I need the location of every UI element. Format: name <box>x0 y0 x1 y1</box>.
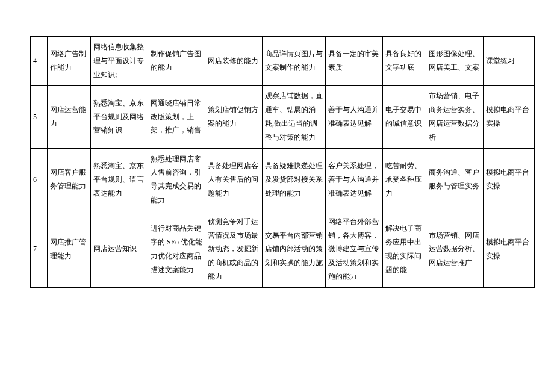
cell-course: 商务沟通、客户服务与管理实务 <box>426 148 484 211</box>
table-row: 7 网店推广管理能力 网店运营知识 进行对商品关键字的 SEo 优化能力优化对应… <box>31 211 535 287</box>
cell-num: 5 <box>31 86 48 148</box>
cell-skill3: 具备疑难快递处理及发货部对接关系处理的能力 <box>263 148 326 211</box>
cell-skill1: 进行对商品关键字的 SEo 优化能力优化对应商品描述文案能力 <box>148 211 205 287</box>
cell-ability: 网店运营能力 <box>48 86 91 148</box>
cell-skill3: 交易平台内部营销店铺内部活动的策划和实操的能力施 <box>263 211 326 287</box>
cell-skill1: 网通晓店铺日常改版策划，上架，推广，销售 <box>148 86 205 148</box>
cell-num: 6 <box>31 148 48 211</box>
cell-knowledge: 熟悉淘宝、京东平台规则及网络营销知识 <box>91 86 148 148</box>
cell-quality2: 吃苦耐劳、承受各种压力 <box>383 148 426 211</box>
cell-quality2: 解决电子商务应用中出现的实际问题的能 <box>383 211 426 287</box>
cell-knowledge: 网店运营知识 <box>91 211 148 287</box>
table-row: 4 网络广告制作能力 网络信息收集整理与平面设计专业知识; 制作促销广告图的能力… <box>31 37 535 86</box>
cell-quality1: 网络平台外部营销，各大博客，微博建立与宣传及活动策划和实施的能力 <box>326 211 383 287</box>
cell-course: 市场营销、电子商务运营实务、网店运营数据分析 <box>426 86 484 148</box>
table-row: 5 网店运营能力 熟悉淘宝、京东平台规则及网络营销知识 网通晓店铺日常改版策划，… <box>31 86 535 148</box>
cell-quality2: 具备良好的文字功底 <box>383 37 426 86</box>
cell-course: 图形图像处理、网店美工、文案 <box>426 37 484 86</box>
cell-method: 模拟电商平台实操 <box>484 86 535 148</box>
cell-ability: 网店推广管理能力 <box>48 211 91 287</box>
cell-skill3: 商品详情页图片与文案制作的能力 <box>263 37 326 86</box>
cell-knowledge: 网络信息收集整理与平面设计专业知识; <box>91 37 148 86</box>
cell-num: 7 <box>31 211 48 287</box>
cell-course: 市场营销、网店运营数据分析、网店运营推广 <box>426 211 484 287</box>
cell-knowledge: 熟悉淘宝、京东平台规则、语言表达能力 <box>91 148 148 211</box>
cell-skill1: 熟悉处理网店客人售前咨询，引导其完成交易的能力 <box>148 148 205 211</box>
cell-quality2: 电子交易中的诚信意识 <box>383 86 426 148</box>
cell-skill1: 制作促销广告图的能力 <box>148 37 205 86</box>
cell-skill3: 观察店铺数据，直通车、钻展的消耗,做出适当的调整与对策的能力 <box>263 86 326 148</box>
cell-method: 模拟电商平台实操 <box>484 211 535 287</box>
cell-quality1: 客户关系处理，善于与人沟通并准确表达见解 <box>326 148 383 211</box>
cell-skill2: 侦测竞争对手运营情况及市场最新动态，发掘新的商机或商品的能力 <box>205 211 263 287</box>
cell-skill2: 策划店铺促销方案的能力 <box>205 86 263 148</box>
table-row: 6 网店客户服务管理能力 熟悉淘宝、京东平台规则、语言表达能力 熟悉处理网店客人… <box>31 148 535 211</box>
cell-skill2: 网店装修的能力 <box>205 37 263 86</box>
ability-table: 4 网络广告制作能力 网络信息收集整理与平面设计专业知识; 制作促销广告图的能力… <box>30 36 535 288</box>
cell-ability: 网络广告制作能力 <box>48 37 91 86</box>
cell-ability: 网店客户服务管理能力 <box>48 148 91 211</box>
cell-quality1: 善于与人沟通并准确表达见解 <box>326 86 383 148</box>
cell-skill2: 具备处理网店客人有关售后的问题能力 <box>205 148 263 211</box>
cell-method: 课堂练习 <box>484 37 535 86</box>
cell-quality1: 具备一定的审美素质 <box>326 37 383 86</box>
cell-method: 模拟电商平台实操 <box>484 148 535 211</box>
cell-num: 4 <box>31 37 48 86</box>
